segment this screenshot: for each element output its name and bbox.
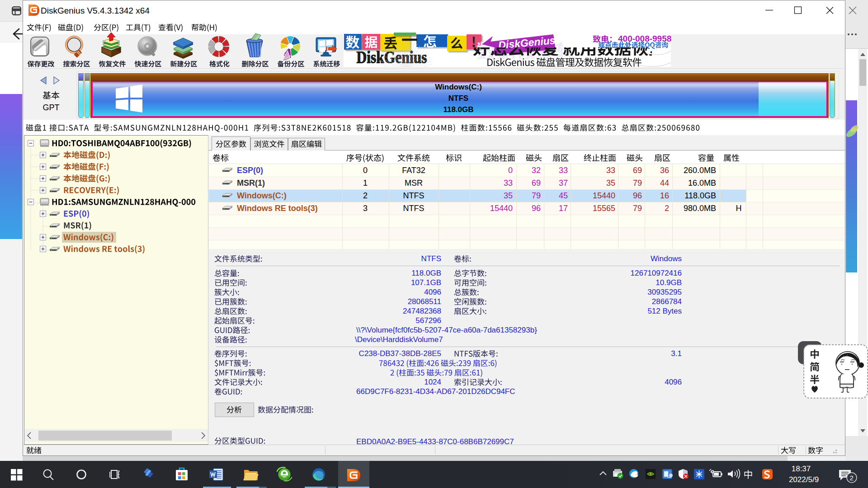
svg-text:2: 2 — [850, 474, 854, 482]
svg-text:intel: intel — [667, 476, 671, 479]
